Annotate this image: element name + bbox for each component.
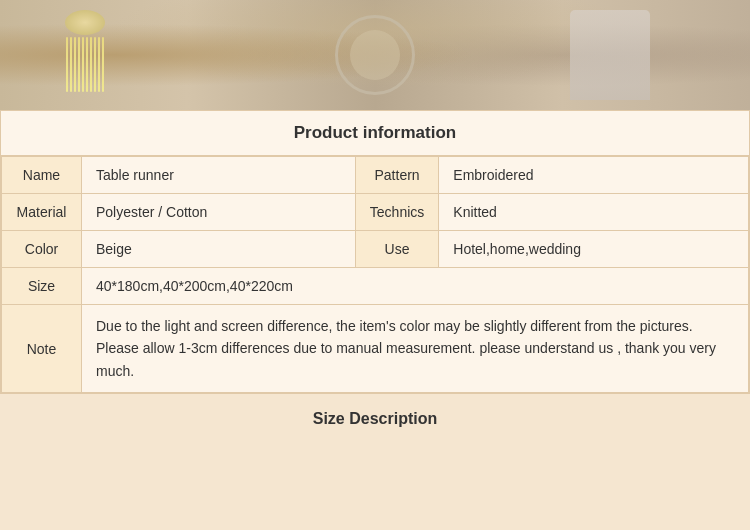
value-use: Hotel,home,wedding [439,231,749,268]
label-size: Size [2,268,82,305]
tassel-string [70,37,72,92]
table-row: Note Due to the light and screen differe… [2,305,749,393]
product-info-title: Product information [1,111,749,156]
value-color: Beige [82,231,356,268]
value-technics: Knitted [439,194,749,231]
value-name: Table runner [82,157,356,194]
tassel-string [78,37,80,92]
label-pattern: Pattern [355,157,438,194]
label-note: Note [2,305,82,393]
tassel-decoration-left [60,10,110,100]
tassel-string [82,37,84,92]
tassel-strings [60,37,110,92]
label-use: Use [355,231,438,268]
product-info-table: Name Table runner Pattern Embroidered Ma… [1,156,749,393]
image-overlay [0,0,750,110]
value-size: 40*180cm,40*200cm,40*220cm [82,268,749,305]
value-material: Polyester / Cotton [82,194,356,231]
table-row: Color Beige Use Hotel,home,wedding [2,231,749,268]
tassel-string [86,37,88,92]
center-floral-decoration [315,10,435,100]
tassel-string [102,37,104,92]
value-pattern: Embroidered [439,157,749,194]
product-info-section: Product information Name Table runner Pa… [0,110,750,394]
tassel-string [74,37,76,92]
tassel-string [94,37,96,92]
tassel-string [90,37,92,92]
product-image [0,0,750,110]
label-technics: Technics [355,194,438,231]
table-row: Name Table runner Pattern Embroidered [2,157,749,194]
tassel-head [65,10,105,35]
label-material: Material [2,194,82,231]
decor-circle-inner [350,30,400,80]
table-row: Material Polyester / Cotton Technics Kni… [2,194,749,231]
tassel-string [98,37,100,92]
value-note: Due to the light and screen difference, … [82,305,749,393]
table-row: Size 40*180cm,40*200cm,40*220cm [2,268,749,305]
label-color: Color [2,231,82,268]
tassel-string [66,37,68,92]
right-object [570,10,650,100]
size-description-title: Size Description [0,396,750,442]
label-name: Name [2,157,82,194]
